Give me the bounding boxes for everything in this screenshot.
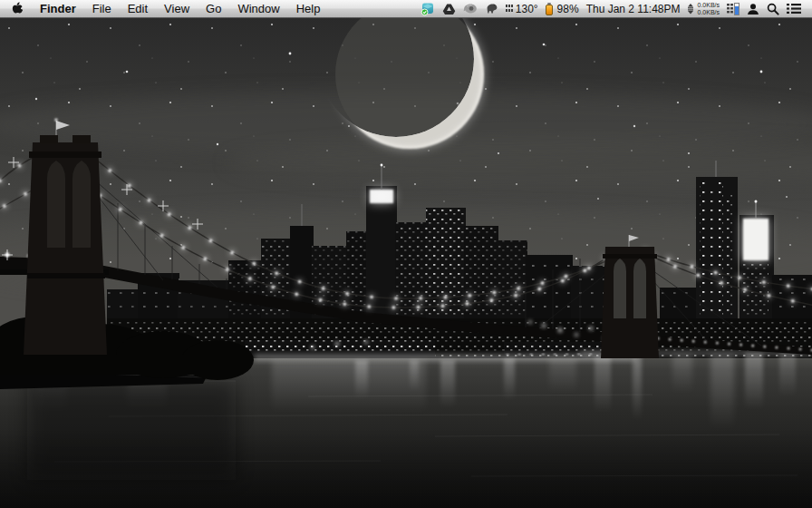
menu-edit-label: Edit — [128, 2, 148, 15]
menu-window-label: Window — [237, 2, 279, 15]
menu-edit[interactable]: Edit — [120, 0, 156, 17]
wallpaper-image — [0, 17, 812, 508]
battery-menu-extra[interactable]: 98% — [542, 0, 583, 17]
menu-view-label: View — [164, 2, 189, 15]
network-menu-extra[interactable]: 0.0KB/s 0.0KB/s — [683, 0, 723, 17]
elephant-icon — [485, 3, 498, 15]
clock-menu-extra[interactable]: Thu Jan 2 11:48PM — [583, 0, 684, 17]
spotlight-menu-extra[interactable] — [763, 0, 783, 17]
shell-menu-extra[interactable] — [459, 0, 481, 17]
network-down-label: 0.0KB/s — [697, 9, 720, 16]
menu-window[interactable]: Window — [229, 0, 287, 17]
sync-box-icon — [420, 2, 435, 16]
shell-icon — [463, 3, 478, 15]
temperature-label: 130° — [516, 3, 538, 15]
menu-help[interactable]: Help — [288, 0, 329, 17]
menu-finder-label: Finder — [40, 2, 76, 15]
disk-label-icon — [727, 3, 733, 15]
battery-icon — [546, 3, 554, 15]
menu-bar-left: Finder File Edit View Go Window Help — [0, 0, 328, 17]
network-up-label: 0.0KB/s — [697, 2, 720, 9]
apple-icon — [11, 2, 23, 15]
menu-bar-status: 130° 98% Thu Jan 2 11:48PM 0.0KB/s 0.0KB… — [417, 0, 812, 17]
menu-help-label: Help — [296, 2, 321, 15]
menu-go-label: Go — [206, 2, 221, 15]
desktop[interactable] — [0, 17, 812, 508]
menu-go[interactable]: Go — [198, 0, 229, 17]
weather-menu-extra[interactable]: 130° — [502, 0, 542, 17]
apple-menu[interactable] — [0, 0, 32, 17]
list-icon — [787, 3, 801, 15]
notification-center-menu-extra[interactable] — [783, 0, 805, 17]
menu-file[interactable]: File — [84, 0, 120, 17]
google-drive-icon — [442, 3, 456, 15]
menu-finder[interactable]: Finder — [32, 0, 84, 17]
user-switch-menu-extra[interactable] — [743, 0, 763, 17]
mini-stacked-text-icon — [506, 4, 513, 15]
clock-label: Thu Jan 2 11:48PM — [586, 3, 681, 15]
menu-view[interactable]: View — [156, 0, 198, 17]
disk-usage-bar — [734, 3, 740, 15]
network-updown-icon — [687, 4, 694, 15]
evernote-menu-extra[interactable] — [481, 0, 502, 17]
menu-file-label: File — [92, 2, 111, 15]
sync-menu-extra[interactable] — [417, 0, 439, 17]
disk-gauge-menu-extra[interactable] — [723, 0, 743, 17]
drive-menu-extra[interactable] — [439, 0, 459, 17]
user-icon — [747, 3, 759, 15]
menu-bar: Finder File Edit View Go Window Help — [0, 0, 812, 18]
battery-percent-label: 98% — [557, 3, 579, 15]
search-icon — [767, 3, 779, 15]
